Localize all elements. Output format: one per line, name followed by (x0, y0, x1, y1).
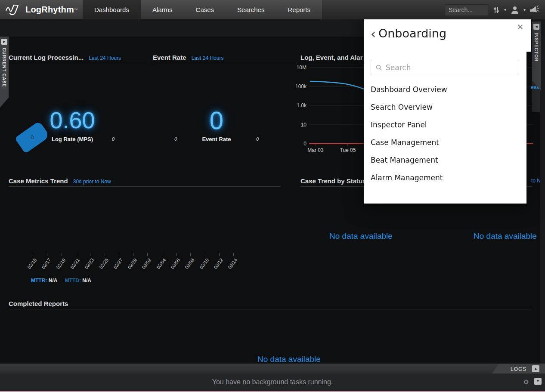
date-tick-label: 03/08 (181, 257, 195, 273)
log-series-line (310, 81, 371, 91)
date-tick-label: 02/29 (124, 257, 138, 273)
background-tasks-status: You have no background tasks running. (0, 373, 545, 391)
date-tick-label: 03/10 (195, 257, 210, 273)
y-axis-tick-label: 100k (286, 83, 307, 90)
date-tick (147, 253, 148, 256)
app-screen: LogRhythm ™ DashboardsAlarmsCasesSearche… (0, 0, 545, 392)
date-tick (162, 253, 162, 256)
brand-name: LogRhythm (25, 5, 74, 15)
event-rate-range[interactable]: Last 24 Hours (192, 55, 224, 61)
date-tick-label: 02/17 (38, 257, 52, 273)
expand-inspector-icon[interactable]: ◀ (533, 24, 539, 30)
widget-title-completed-reports: Completed Reports (9, 300, 68, 307)
current-case-rail-label: CURRENT CASE (2, 48, 6, 87)
date-tick (190, 253, 191, 256)
onboarding-title: Onboarding (378, 27, 446, 40)
event-rate-label: Event Rate (186, 136, 247, 142)
date-tick (176, 253, 177, 256)
current-case-rail[interactable]: ▶ CURRENT CASE (0, 37, 9, 108)
date-tick-label: 02/21 (66, 257, 81, 273)
onboarding-list: Dashboard OverviewSearch OverviewInspect… (364, 81, 526, 187)
date-tick-label: 03/06 (167, 257, 181, 273)
onboarding-item[interactable]: Alarm Management (364, 169, 526, 187)
log-rate-gauge-max: 0 (112, 136, 115, 142)
date-tick (47, 253, 47, 256)
tab-dashboards[interactable]: Dashboards (83, 0, 141, 19)
announcements-icon[interactable] (529, 3, 542, 15)
tab-reports[interactable]: Reports (276, 0, 322, 19)
case-metrics-title-text: Case Metrics Trend (9, 177, 68, 185)
divider (9, 63, 149, 63)
collapse-tasks-icon[interactable]: ▼ (534, 378, 542, 385)
y-axis-tick-label: 10 (286, 122, 307, 128)
mttr-value: N/A (49, 278, 58, 284)
inspector-rail[interactable]: ◀ INSPECTOR (532, 22, 541, 90)
mttr-label: MTTR: (31, 278, 47, 284)
onboarding-panel: ‹ Onboarding ✕ Dashboard OverviewSearch … (364, 13, 531, 204)
date-tick (219, 253, 220, 256)
date-tick-label: 03/12 (210, 257, 224, 273)
event-rate-value: 0 (173, 106, 260, 135)
date-tick-label: 02/19 (52, 257, 66, 273)
date-tick-label: 02/23 (81, 257, 95, 273)
log-rate-label: Log Rate (MPS) (42, 136, 102, 142)
y-axis-tick-label: 0 (286, 141, 307, 147)
close-icon[interactable]: ✕ (517, 22, 523, 31)
onboarding-item[interactable]: Dashboard Overview (364, 81, 526, 99)
date-tick-label: 02/15 (24, 257, 38, 273)
background-tasks-bar: You have no background tasks running. ⚙ … (0, 373, 545, 391)
onboarding-item[interactable]: Beat Management (364, 151, 526, 169)
logs-label: LOGS (511, 366, 526, 372)
log-rate-gauge-min: 0 (29, 134, 35, 140)
widget-title-case-metrics: Case Metrics Trend 30d prior to Now (9, 177, 111, 185)
hidden-widget-range-fragment: to N (531, 178, 541, 184)
divider (9, 309, 532, 309)
tab-cases[interactable]: Cases (184, 0, 226, 19)
inspector-rail-label: INSPECTOR (534, 33, 539, 62)
gear-icon[interactable]: ⚙ (523, 378, 529, 386)
widget-title-case-trend: Case Trend by Status (300, 177, 366, 185)
expand-logs-icon[interactable]: ▲ (532, 365, 539, 372)
onboarding-panel-header: ‹ Onboarding ✕ (364, 16, 531, 52)
onboarding-item[interactable]: Case Management (364, 134, 526, 151)
date-tick (90, 253, 90, 256)
date-tick-label: 03/04 (152, 257, 167, 273)
mttd-label: MTTD: (65, 278, 81, 284)
brand-trademark: ™ (74, 8, 77, 12)
logs-band: LOGS ▲ (0, 364, 545, 373)
date-tick (62, 253, 62, 256)
expand-current-case-icon[interactable]: ▶ (1, 39, 7, 45)
widget-title-event-rate: Event Rate Last 24 Hours (153, 54, 223, 61)
date-tick (119, 253, 119, 256)
user-chevron-icon[interactable]: ▾ (523, 7, 526, 12)
filters-icon[interactable] (492, 6, 500, 14)
back-icon[interactable]: ‹ (371, 28, 376, 40)
search-icon (375, 64, 382, 73)
case-metrics-legend: MTTR: N/A MTTD: N/A (31, 278, 97, 284)
case-metrics-range[interactable]: 30d prior to Now (73, 179, 111, 185)
tab-alarms[interactable]: Alarms (141, 0, 184, 19)
top-nav: LogRhythm ™ DashboardsAlarmsCasesSearche… (0, 0, 545, 19)
nav-tabs: DashboardsAlarmsCasesSearchesReports (83, 0, 322, 19)
completed-reports-no-data: No data available (257, 355, 321, 364)
event-rate-gauge-max: 0 (256, 136, 259, 142)
global-search-input[interactable] (445, 4, 489, 15)
user-icon[interactable] (510, 6, 520, 14)
brand: LogRhythm ™ (0, 0, 83, 19)
date-tick-label: 03/02 (138, 257, 152, 273)
filters-chevron-icon[interactable]: ▾ (504, 7, 506, 12)
date-tick (105, 253, 105, 256)
log-processing-title-text: Current Log Processin... (9, 54, 84, 61)
event-rate-title-text: Event Rate (153, 54, 186, 61)
log-processing-range[interactable]: Last 24 Hours (89, 55, 121, 61)
onboarding-search-input[interactable] (371, 60, 519, 75)
onboarding-item[interactable]: Inspector Panel (364, 116, 526, 134)
date-tick (205, 253, 205, 256)
date-tick (76, 253, 76, 256)
tab-searches[interactable]: Searches (226, 0, 276, 19)
date-tick-label: 02/25 (95, 257, 109, 273)
date-tick-label: 03/14 (224, 257, 238, 273)
widget-title-log-event-alarm: Log, Event, and Alarm (300, 54, 363, 61)
onboarding-item[interactable]: Search Overview (364, 99, 526, 116)
event-rate-gauge-min: 0 (174, 136, 177, 142)
